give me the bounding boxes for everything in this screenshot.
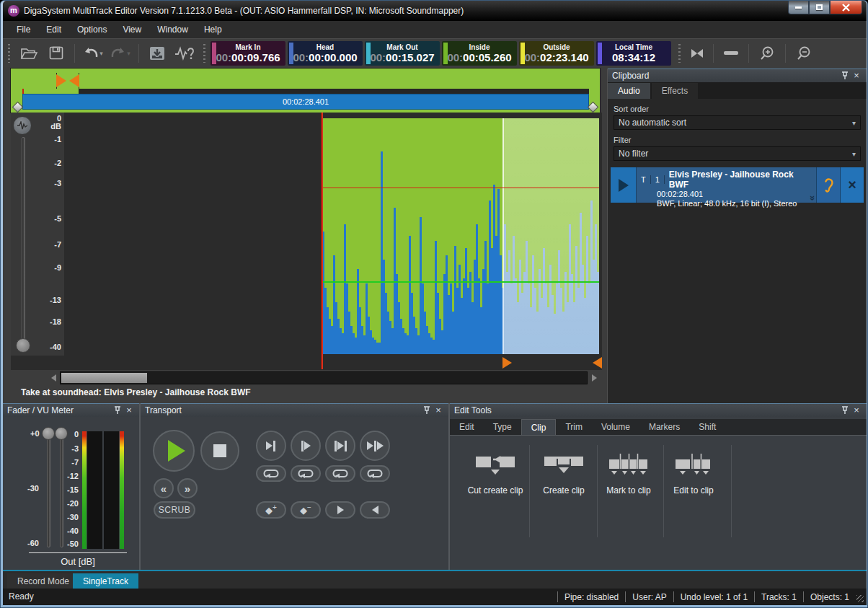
minimize-button[interactable]: [788, 1, 809, 14]
stop-button[interactable]: [200, 431, 239, 470]
close-button[interactable]: [830, 1, 862, 14]
tab-clip[interactable]: Clip: [521, 419, 557, 435]
close-panel-icon[interactable]: ×: [851, 71, 862, 81]
tab-effects[interactable]: Effects: [652, 83, 698, 99]
close-panel-icon[interactable]: ×: [433, 405, 444, 415]
loop-play-from-button[interactable]: [291, 465, 321, 482]
overview-view-window[interactable]: [22, 89, 79, 94]
fader-left-track[interactable]: [47, 432, 50, 547]
scrollbar-track[interactable]: [60, 371, 588, 384]
pin-icon[interactable]: [839, 405, 851, 415]
skip-forward-button[interactable]: »: [177, 478, 198, 498]
loop-play-to-button[interactable]: [256, 465, 286, 482]
mark-in-arrow-icon[interactable]: [502, 357, 512, 369]
clip-prelisten-button[interactable]: [816, 167, 840, 203]
maximize-button[interactable]: [809, 1, 830, 14]
add-marker-button[interactable]: ◆+: [256, 501, 286, 519]
sort-order-select[interactable]: No automatic sort ▾: [614, 115, 861, 130]
selection-overlay[interactable]: [502, 118, 599, 354]
clip-delete-button[interactable]: ×: [840, 167, 864, 203]
loop-play-around-button[interactable]: [360, 465, 390, 482]
tab-volume[interactable]: Volume: [592, 419, 639, 435]
clip-play-button[interactable]: [611, 167, 637, 203]
toolbar-grip[interactable]: [8, 44, 10, 63]
redo-button[interactable]: ▾: [109, 43, 132, 64]
fader-left-knob[interactable]: [42, 427, 55, 440]
edit-to-clip-button[interactable]: Edit to clip: [660, 446, 727, 495]
play-from-mark-button[interactable]: [291, 431, 321, 461]
tab-edit[interactable]: Edit: [450, 419, 484, 435]
play-button[interactable]: [153, 430, 195, 472]
skip-back-button[interactable]: «: [154, 478, 174, 498]
transport-panel-header[interactable]: Transport ×: [141, 403, 448, 417]
vertical-fader-knob[interactable]: [16, 338, 30, 353]
waveform-canvas[interactable]: [64, 113, 602, 356]
undo-caret-icon[interactable]: ▾: [99, 50, 103, 57]
tab-markers[interactable]: Markers: [639, 419, 689, 435]
level-line[interactable]: [322, 281, 599, 283]
resize-grip[interactable]: [856, 595, 864, 602]
title-bar[interactable]: m DigaSystem MultiTrack Editor Version 7…: [3, 1, 867, 21]
toolbar-grip[interactable]: [678, 44, 681, 63]
time-display-head[interactable]: Head 00:00:00.000: [288, 41, 363, 66]
time-display-inside[interactable]: Inside 00:00:05.260: [442, 41, 517, 66]
tab-singletrack[interactable]: SingleTrack: [73, 573, 138, 589]
loop-play-between-button[interactable]: [325, 465, 355, 482]
overview-left-handle[interactable]: [12, 102, 24, 113]
zoom-to-selection-button[interactable]: [688, 43, 707, 64]
menu-view[interactable]: View: [115, 21, 149, 38]
close-panel-icon[interactable]: ×: [123, 405, 135, 415]
save-button[interactable]: [45, 43, 68, 64]
edit-tools-header[interactable]: Edit Tools ×: [450, 403, 867, 417]
menu-help[interactable]: Help: [196, 21, 230, 38]
export-take-button[interactable]: [146, 43, 169, 64]
play-between-marks-button[interactable]: [325, 431, 355, 461]
pin-icon[interactable]: [112, 405, 123, 415]
fader-right-track[interactable]: [60, 432, 63, 547]
pin-icon[interactable]: [839, 71, 851, 81]
take-region[interactable]: [322, 118, 599, 354]
filter-select[interactable]: No filter ▾: [614, 146, 861, 161]
play-to-mark-button[interactable]: [256, 431, 286, 461]
zoom-out-button[interactable]: [792, 43, 815, 64]
remove-marker-button[interactable]: ◆−: [291, 501, 321, 519]
marker-strip[interactable]: [11, 356, 602, 370]
mark-out-arrow-icon[interactable]: [593, 357, 602, 369]
menu-options[interactable]: Options: [69, 21, 115, 38]
clipboard-clip-row[interactable]: T 1 Elvis Presley - Jailhouse Rock BWF 0…: [611, 167, 864, 203]
menu-window[interactable]: Window: [149, 21, 196, 38]
close-panel-icon[interactable]: ×: [851, 405, 862, 415]
analyze-button[interactable]: [173, 43, 196, 64]
overview-mark-out-icon[interactable]: [69, 74, 79, 87]
overview-right-handle[interactable]: [588, 102, 599, 113]
overview-clip-bar[interactable]: 00:02:28.401: [22, 94, 589, 110]
create-clip-button[interactable]: Create clip: [531, 446, 597, 495]
fader-panel-header[interactable]: Fader / VU Meter ×: [3, 403, 139, 417]
vertical-fader-track[interactable]: [22, 137, 25, 345]
mark-to-clip-button[interactable]: Mark to clip: [595, 446, 662, 495]
scrollbar-thumb[interactable]: [61, 373, 147, 383]
menu-edit[interactable]: Edit: [38, 21, 69, 38]
time-display-mark-out[interactable]: Mark Out 00:00:15.027: [365, 41, 440, 66]
tab-record-mode[interactable]: Record Mode: [7, 573, 79, 589]
scroll-right-button[interactable]: [589, 371, 599, 384]
chevrons-collapse-icon[interactable]: »: [807, 195, 818, 199]
menu-file[interactable]: File: [9, 21, 38, 38]
overview-strip[interactable]: 00:02:28.401: [11, 69, 600, 113]
tab-shift[interactable]: Shift: [689, 419, 725, 435]
overview-mark-in-icon[interactable]: [56, 74, 66, 87]
pin-icon[interactable]: [421, 405, 433, 415]
fader-right-knob[interactable]: [55, 427, 68, 440]
open-button[interactable]: [17, 43, 40, 64]
prev-marker-button[interactable]: [360, 501, 390, 519]
playhead[interactable]: [321, 113, 323, 369]
next-marker-button[interactable]: [325, 501, 355, 519]
zoom-full-button[interactable]: [720, 43, 742, 64]
time-display-mark-in[interactable]: Mark In 00:00:09.766: [211, 41, 285, 66]
toolbar-grip[interactable]: [203, 44, 205, 63]
zoom-in-button[interactable]: [756, 43, 779, 64]
redo-caret-icon[interactable]: ▾: [127, 50, 130, 57]
tab-trim[interactable]: Trim: [556, 419, 592, 435]
horizontal-scrollbar[interactable]: [11, 371, 602, 385]
clip-info[interactable]: T 1 Elvis Presley - Jailhouse Rock BWF 0…: [637, 167, 816, 203]
